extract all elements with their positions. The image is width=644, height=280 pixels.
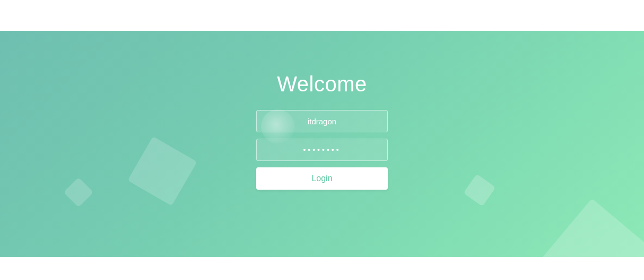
- login-stage: Welcome Login: [0, 31, 644, 257]
- decor-square-icon: [463, 174, 495, 206]
- login-button[interactable]: Login: [256, 167, 388, 190]
- page-title: Welcome: [253, 72, 391, 96]
- decor-square-icon: [64, 177, 94, 208]
- decor-square-icon: [127, 136, 197, 206]
- login-panel: Welcome Login: [253, 72, 391, 190]
- password-input[interactable]: [256, 139, 388, 161]
- decor-square-icon: [541, 198, 644, 257]
- username-input[interactable]: [256, 110, 388, 132]
